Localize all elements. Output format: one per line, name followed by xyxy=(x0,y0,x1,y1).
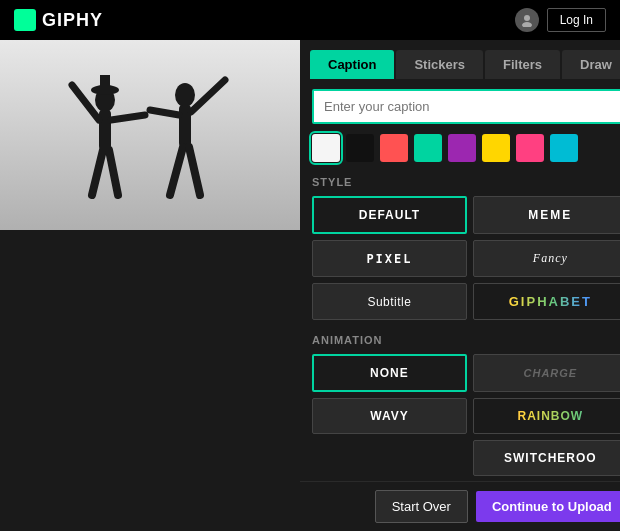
style-fancy[interactable]: Fancy xyxy=(473,240,620,277)
header-right: Log In xyxy=(515,8,606,32)
svg-point-1 xyxy=(522,22,532,27)
preview-black-area xyxy=(0,230,300,531)
tab-stickers[interactable]: Stickers xyxy=(396,50,483,79)
tab-filters[interactable]: Filters xyxy=(485,50,560,79)
swatch-pink[interactable] xyxy=(516,134,544,162)
svg-rect-5 xyxy=(99,110,111,150)
logo: GIPHY xyxy=(14,9,103,31)
continue-upload-button[interactable]: Continue to Upload xyxy=(476,491,620,522)
swatch-black[interactable] xyxy=(346,134,374,162)
user-icon xyxy=(515,8,539,32)
swatch-purple[interactable] xyxy=(448,134,476,162)
animation-grid: NONE CHARGE WAVY RAINBOW SWITCHEROO TYPI… xyxy=(312,354,620,481)
right-panel: Caption Stickers Filters Draw STYLE xyxy=(300,40,620,531)
logo-text: GIPHY xyxy=(42,10,103,31)
style-section-label: STYLE xyxy=(312,176,620,188)
style-subtitle[interactable]: Subtitle xyxy=(312,283,467,320)
svg-point-0 xyxy=(524,15,530,21)
tab-draw[interactable]: Draw xyxy=(562,50,620,79)
svg-rect-3 xyxy=(0,40,300,230)
anim-rainbow[interactable]: RAINBOW xyxy=(473,398,620,434)
swatch-teal[interactable] xyxy=(414,134,442,162)
main-layout: Caption Stickers Filters Draw STYLE xyxy=(0,40,620,531)
color-swatches xyxy=(312,134,620,162)
tab-caption[interactable]: Caption xyxy=(310,50,394,79)
swatch-yellow[interactable] xyxy=(482,134,510,162)
header: GIPHY Log In xyxy=(0,0,620,40)
swatch-white[interactable] xyxy=(312,134,340,162)
logo-icon xyxy=(14,9,36,31)
svg-line-14 xyxy=(150,110,179,115)
style-giphabet[interactable]: GIPHABET xyxy=(473,283,620,320)
caption-input[interactable] xyxy=(312,89,620,124)
anim-switcheroo[interactable]: SWITCHEROO xyxy=(473,440,620,476)
start-over-button[interactable]: Start Over xyxy=(375,490,468,523)
tab-content: STYLE DEFAULT MEME PIXEL Fancy Subtitle … xyxy=(300,79,620,481)
preview-panel xyxy=(0,40,300,531)
svg-rect-11 xyxy=(100,75,110,90)
preview-image xyxy=(0,40,300,230)
anim-wavy[interactable]: WAVY xyxy=(312,398,467,434)
login-button[interactable]: Log In xyxy=(547,8,606,32)
swatch-red[interactable] xyxy=(380,134,408,162)
anim-charge[interactable]: CHARGE xyxy=(473,354,620,392)
footer: Start Over Continue to Upload xyxy=(300,481,620,531)
style-pixel[interactable]: PIXEL xyxy=(312,240,467,277)
style-default[interactable]: DEFAULT xyxy=(312,196,467,234)
swatch-cyan[interactable] xyxy=(550,134,578,162)
anim-none[interactable]: NONE xyxy=(312,354,467,392)
svg-line-7 xyxy=(111,115,145,120)
svg-point-12 xyxy=(175,83,195,107)
tabs-bar: Caption Stickers Filters Draw xyxy=(300,40,620,79)
style-meme[interactable]: MEME xyxy=(473,196,620,234)
animation-section-label: ANIMATION xyxy=(312,334,620,346)
style-grid: DEFAULT MEME PIXEL Fancy Subtitle GIPHAB… xyxy=(312,196,620,320)
